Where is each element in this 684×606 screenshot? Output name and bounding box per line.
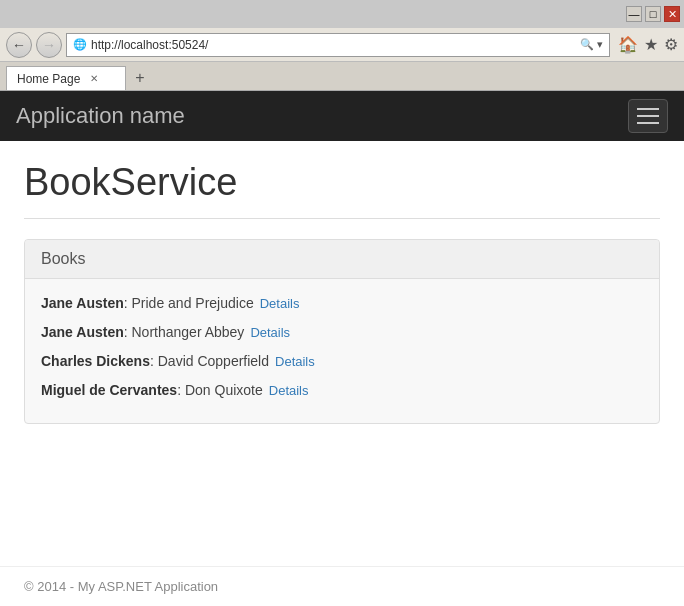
tab-label: Home Page xyxy=(17,72,80,86)
page-heading: BookService xyxy=(24,161,660,204)
new-tab-button[interactable]: + xyxy=(128,66,152,90)
address-bar-icon: 🌐 xyxy=(73,38,87,51)
hamburger-line-3 xyxy=(637,122,659,124)
app-brand[interactable]: Application name xyxy=(16,103,185,129)
home-icon[interactable]: 🏠 xyxy=(618,35,638,54)
book-details-link[interactable]: Details xyxy=(260,296,300,311)
main-content: BookService Books Jane Austen: Pride and… xyxy=(0,141,684,444)
hamburger-menu[interactable] xyxy=(628,99,668,133)
hamburger-line-2 xyxy=(637,115,659,117)
book-author: Jane Austen xyxy=(41,295,124,311)
browser-chrome: — □ ✕ ← → 🌐 http://localhost:50524/ 🔍 ▾ … xyxy=(0,0,684,91)
book-author: Jane Austen xyxy=(41,324,124,340)
back-button[interactable]: ← xyxy=(6,32,32,58)
nav-icons: 🏠 ★ ⚙ xyxy=(618,35,678,54)
footer-text: © 2014 - My ASP.NET Application xyxy=(24,579,218,594)
address-bar[interactable]: 🌐 http://localhost:50524/ 🔍 ▾ xyxy=(66,33,610,57)
app-navbar: Application name xyxy=(0,91,684,141)
minimize-button[interactable]: — xyxy=(626,6,642,22)
books-panel: Books Jane Austen: Pride and PrejudiceDe… xyxy=(24,239,660,424)
book-entry: Miguel de Cervantes: Don QuixoteDetails xyxy=(41,380,643,401)
books-panel-header: Books xyxy=(25,240,659,279)
books-list: Jane Austen: Pride and PrejudiceDetailsJ… xyxy=(25,279,659,423)
address-text: http://localhost:50524/ xyxy=(91,38,576,52)
address-bar-search-icon[interactable]: 🔍 ▾ xyxy=(580,38,603,51)
book-details-link[interactable]: Details xyxy=(250,325,290,340)
active-tab[interactable]: Home Page ✕ xyxy=(6,66,126,90)
nav-bar: ← → 🌐 http://localhost:50524/ 🔍 ▾ 🏠 ★ ⚙ xyxy=(0,28,684,62)
tab-bar: Home Page ✕ + xyxy=(0,62,684,90)
tab-close-button[interactable]: ✕ xyxy=(90,73,98,84)
book-author: Charles Dickens xyxy=(41,353,150,369)
settings-icon[interactable]: ⚙ xyxy=(664,35,678,54)
favorites-icon[interactable]: ★ xyxy=(644,35,658,54)
book-entry: Charles Dickens: David CopperfieldDetail… xyxy=(41,351,643,372)
book-entry: Jane Austen: Pride and PrejudiceDetails xyxy=(41,293,643,314)
close-button[interactable]: ✕ xyxy=(664,6,680,22)
book-details-link[interactable]: Details xyxy=(269,383,309,398)
forward-button[interactable]: → xyxy=(36,32,62,58)
title-bar: — □ ✕ xyxy=(0,0,684,28)
footer: © 2014 - My ASP.NET Application xyxy=(0,566,684,606)
book-entry: Jane Austen: Northanger AbbeyDetails xyxy=(41,322,643,343)
book-author: Miguel de Cervantes xyxy=(41,382,177,398)
hamburger-line-1 xyxy=(637,108,659,110)
divider xyxy=(24,218,660,219)
maximize-button[interactable]: □ xyxy=(645,6,661,22)
book-details-link[interactable]: Details xyxy=(275,354,315,369)
